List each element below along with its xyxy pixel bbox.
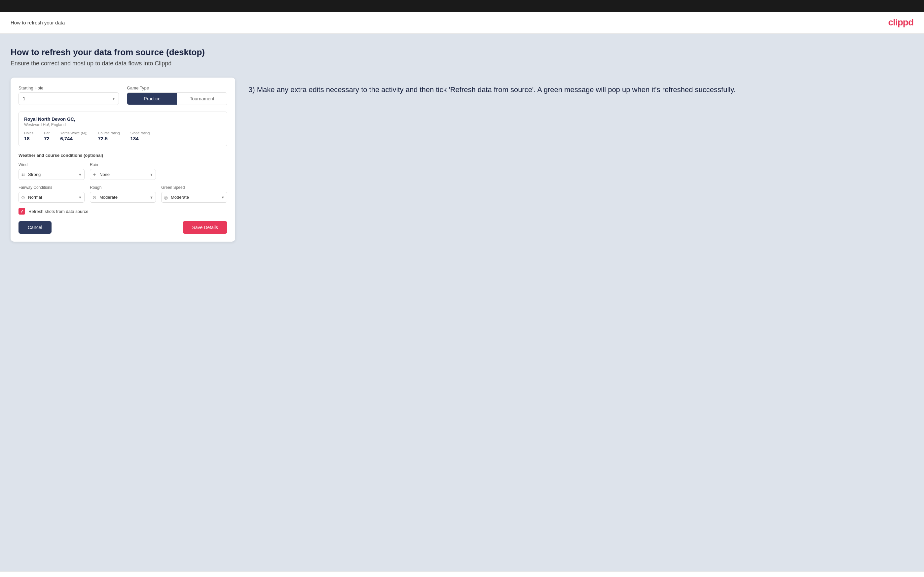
refresh-checkbox[interactable]: ✓ (18, 208, 25, 214)
rough-group: Rough ⊙ Moderate Light Heavy ▼ (90, 185, 156, 203)
game-type-label: Game Type (127, 85, 227, 90)
rain-label: Rain (90, 163, 156, 167)
page-subtitle: Ensure the correct and most up to date d… (11, 60, 913, 67)
rain-group: Rain ✦ None Light Heavy ▼ (90, 163, 156, 180)
form-row-top: Starting Hole 1 10 ▼ Game Type Practice … (18, 85, 227, 105)
fairway-select[interactable]: Normal Firm Soft (18, 192, 84, 203)
stat-yards: Yards/White (M)) 6,744 (60, 131, 87, 141)
top-bar (0, 0, 924, 12)
rain-select-wrapper: ✦ None Light Heavy ▼ (90, 169, 156, 180)
green-speed-group: Green Speed ◎ Moderate Fast Slow ▼ (161, 185, 227, 203)
starting-hole-label: Starting Hole (18, 85, 119, 90)
description-text: 3) Make any extra edits necessary to the… (249, 84, 913, 95)
save-button[interactable]: Save Details (183, 221, 227, 234)
content-area: Starting Hole 1 10 ▼ Game Type Practice … (11, 77, 913, 242)
slope-rating-label: Slope rating (131, 131, 150, 135)
game-type-group: Game Type Practice Tournament (127, 85, 227, 105)
green-speed-label: Green Speed (161, 185, 227, 190)
rough-select[interactable]: Moderate Light Heavy (90, 192, 156, 203)
wind-group: Wind ≋ Strong Light None ▼ (18, 163, 84, 180)
course-info-box: Royal North Devon GC, Westward Ho!, Engl… (18, 111, 227, 146)
starting-hole-wrapper: 1 10 ▼ (18, 92, 119, 105)
game-type-toggle: Practice Tournament (127, 92, 227, 105)
tournament-btn[interactable]: Tournament (177, 93, 227, 105)
yards-label: Yards/White (M)) (60, 131, 87, 135)
slope-rating-value: 134 (131, 136, 150, 141)
holes-value: 18 (24, 136, 33, 141)
green-speed-select-wrapper: ◎ Moderate Fast Slow ▼ (161, 192, 227, 203)
wind-label: Wind (18, 163, 84, 167)
header-title: How to refresh your data (11, 20, 65, 26)
starting-hole-select[interactable]: 1 10 (18, 92, 119, 105)
green-speed-select[interactable]: Moderate Fast Slow (161, 192, 227, 203)
fairway-select-wrapper: ⊙ Normal Firm Soft ▼ (18, 192, 84, 203)
holes-label: Holes (24, 131, 33, 135)
practice-btn[interactable]: Practice (127, 93, 177, 105)
starting-hole-group: Starting Hole 1 10 ▼ (18, 85, 119, 105)
stat-par: Par 72 (44, 131, 50, 141)
course-location: Westward Ho!, England (24, 122, 222, 127)
form-panel: Starting Hole 1 10 ▼ Game Type Practice … (11, 77, 235, 242)
stat-course-rating: Course rating 72.5 (98, 131, 120, 141)
par-label: Par (44, 131, 50, 135)
stat-holes: Holes 18 (24, 131, 33, 141)
wind-select-wrapper: ≋ Strong Light None ▼ (18, 169, 84, 180)
course-stats: Holes 18 Par 72 Yards/White (M)) 6,744 C… (24, 131, 222, 141)
rough-label: Rough (90, 185, 156, 190)
header: How to refresh your data clippd (0, 12, 924, 34)
description-panel: 3) Make any extra edits necessary to the… (249, 77, 913, 95)
course-name: Royal North Devon GC, (24, 116, 222, 122)
refresh-checkbox-label: Refresh shots from data source (28, 209, 88, 214)
fairway-label: Fairway Conditions (18, 185, 84, 190)
checkmark-icon: ✓ (20, 209, 24, 214)
yards-value: 6,744 (60, 136, 87, 141)
refresh-checkbox-row: ✓ Refresh shots from data source (18, 208, 227, 214)
conditions-row-2: Fairway Conditions ⊙ Normal Firm Soft ▼ … (18, 185, 227, 203)
course-rating-value: 72.5 (98, 136, 120, 141)
stat-slope-rating: Slope rating 134 (131, 131, 150, 141)
course-rating-label: Course rating (98, 131, 120, 135)
page-title: How to refresh your data from source (de… (11, 47, 913, 58)
par-value: 72 (44, 136, 50, 141)
rough-select-wrapper: ⊙ Moderate Light Heavy ▼ (90, 192, 156, 203)
weather-section-title: Weather and course conditions (optional) (18, 153, 227, 158)
conditions-row-1: Wind ≋ Strong Light None ▼ Rain ✦ (18, 163, 227, 180)
footer: Copyright Clippd 2022 (0, 571, 924, 577)
wind-select[interactable]: Strong Light None (18, 169, 84, 180)
rain-select[interactable]: None Light Heavy (90, 169, 156, 180)
cancel-button[interactable]: Cancel (18, 221, 52, 234)
main-content: How to refresh your data from source (de… (0, 34, 924, 571)
button-row: Cancel Save Details (18, 221, 227, 234)
logo: clippd (888, 17, 913, 28)
fairway-group: Fairway Conditions ⊙ Normal Firm Soft ▼ (18, 185, 84, 203)
